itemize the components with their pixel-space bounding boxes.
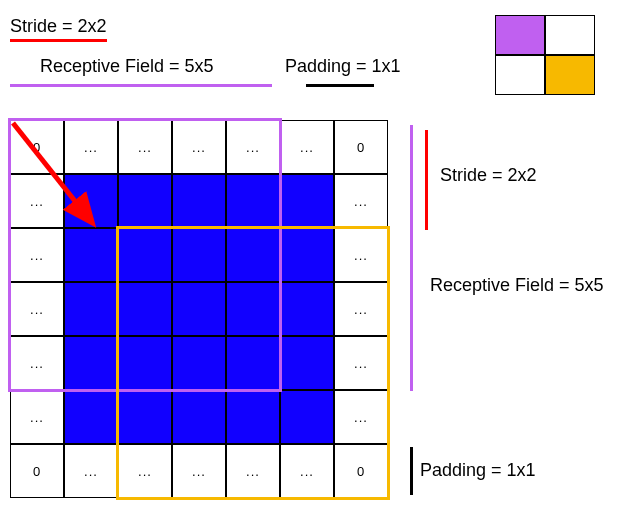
rf-label-side-text: Receptive Field = 5x5 — [430, 275, 604, 295]
input-cell — [280, 174, 334, 228]
rf-bar-side — [410, 125, 413, 391]
pad-cell: ... — [10, 390, 64, 444]
output-cell — [495, 55, 545, 95]
input-cell — [64, 390, 118, 444]
pad-corner-cell: 0 — [334, 120, 388, 174]
output-cell — [545, 55, 595, 95]
pad-cell: ... — [334, 174, 388, 228]
rf-label-top-text: Receptive Field = 5x5 — [40, 56, 214, 76]
svg-line-1 — [13, 123, 90, 220]
pad-value: ... — [30, 410, 44, 425]
output-mini-grid — [495, 15, 595, 95]
receptive-field-orange — [116, 226, 390, 500]
pad-label-side: Padding = 1x1 — [420, 460, 536, 481]
pad-cell: ... — [64, 444, 118, 498]
stride-label-top-text: Stride = 2x2 — [10, 16, 107, 36]
pad-value: ... — [354, 194, 368, 209]
pad-label-top-text: Padding = 1x1 — [285, 56, 401, 76]
pad-corner-value: 0 — [357, 140, 365, 155]
pad-corner-value: 0 — [33, 464, 41, 479]
pad-value: ... — [84, 464, 98, 479]
receptive-field-label-top: Receptive Field = 5x5 — [40, 56, 214, 77]
pad-value: ... — [300, 140, 314, 155]
pad-cell: ... — [280, 120, 334, 174]
pad-bar-side — [410, 447, 413, 495]
pad-label-side-text: Padding = 1x1 — [420, 460, 536, 480]
padding-label-top: Padding = 1x1 — [285, 56, 401, 77]
stride-label-side: Stride = 2x2 — [440, 165, 537, 186]
pad-underline-top — [306, 84, 374, 87]
stride-label-top: Stride = 2x2 — [10, 16, 107, 42]
rf-label-side: Receptive Field = 5x5 — [430, 275, 604, 296]
stride-bar-side — [425, 130, 428, 230]
stride-label-side-text: Stride = 2x2 — [440, 165, 537, 185]
output-cell — [495, 15, 545, 55]
pad-corner-cell: 0 — [10, 444, 64, 498]
rf-underline-top — [10, 84, 272, 87]
stride-arrow — [10, 120, 150, 260]
output-cell — [545, 15, 595, 55]
